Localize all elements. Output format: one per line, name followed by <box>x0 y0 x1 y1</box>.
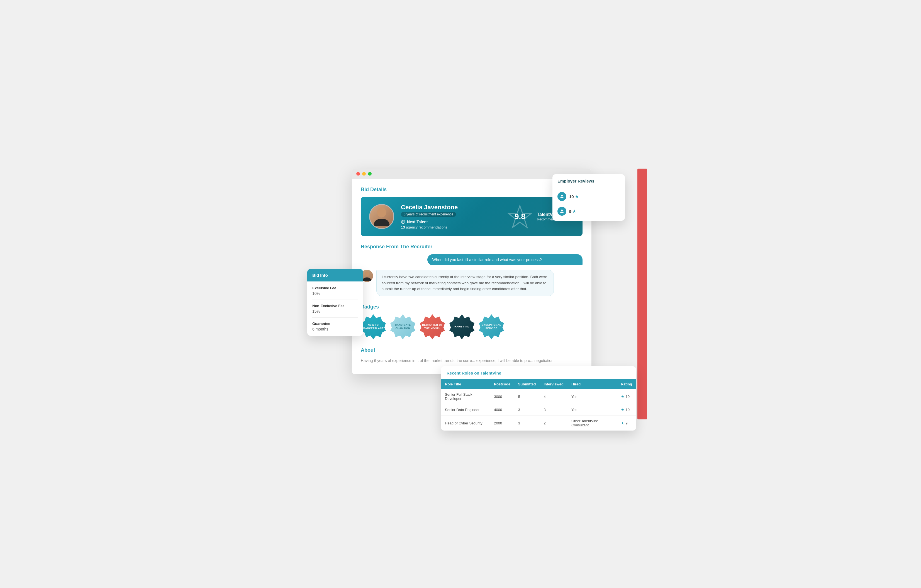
row2-postcode: 4000 <box>490 404 514 415</box>
row1-rating: ★ 10 <box>617 389 636 404</box>
about-text: Having 6 years of experience in... of th… <box>361 358 583 364</box>
bid-info-non-exclusive: Non-Exclusive Fee 15% <box>312 304 358 318</box>
review-item-1: 10 ★ <box>552 189 625 204</box>
non-exclusive-fee-value: 15% <box>312 309 358 313</box>
row3-hired: Other TalentVine Consultant <box>568 415 617 431</box>
table-row: Senior Data Engineer 4000 3 3 Yes ★ 10 <box>441 404 636 415</box>
recruiter-recommendations: 13 agency recommendations <box>401 225 501 230</box>
chat-question-bubble: When did you last fill a similar role an… <box>427 254 583 265</box>
row3-postcode: 2000 <box>490 415 514 431</box>
recruiter-name: Cecelia Javenstone <box>401 204 501 211</box>
svg-point-5 <box>364 271 369 277</box>
badge-rare-find: RARE FIND <box>449 314 474 339</box>
review-avatar-2 <box>557 207 566 216</box>
row1-star: ★ <box>621 394 624 399</box>
col-interviewed: Interviewed <box>540 379 568 389</box>
table-header-row: Role Title Postcode Submitted Interviewe… <box>441 379 636 389</box>
non-exclusive-fee-label: Non-Exclusive Fee <box>312 304 358 308</box>
red-accent-bar <box>638 169 647 419</box>
reviews-content: 10 ★ 9 ★ <box>552 187 625 221</box>
review-star-2: ★ <box>573 209 576 213</box>
row1-rating-cell: ★ 10 <box>621 394 632 399</box>
badges-row: NEW TO MARKETPLACE CANDIDATE CHAMPION RE… <box>361 314 583 339</box>
row1-title: Senior Full Stack Developer <box>441 389 490 404</box>
badges-section: Badges NEW TO MARKETPLACE CANDIDATE CHAM… <box>361 304 583 339</box>
badges-title: Badges <box>361 304 583 310</box>
recruiter-info: Cecelia Javenstone 6 years of recruitmen… <box>401 204 501 230</box>
row3-rating-cell: ★ 9 <box>621 421 632 425</box>
row3-interviewed: 2 <box>540 415 568 431</box>
minimize-dot[interactable] <box>362 172 366 176</box>
row3-star: ★ <box>621 421 624 425</box>
row3-rating: ★ 9 <box>617 415 636 431</box>
star-rating: 9.8 <box>507 204 532 229</box>
exclusive-fee-value: 10% <box>312 291 358 296</box>
guarantee-value: 6 months <box>312 327 358 331</box>
person-icon-1 <box>560 194 565 199</box>
row2-rating-cell: ★ 10 <box>621 408 632 412</box>
col-submitted: Submitted <box>514 379 540 389</box>
guarantee-label: Guarantee <box>312 322 358 326</box>
svg-point-7 <box>561 210 563 211</box>
review-number-2: 9 <box>569 209 571 214</box>
chat-answer-bubble: I currently have two candidates currentl… <box>376 270 554 296</box>
employer-reviews-panel: Employer Reviews 10 ★ <box>552 174 625 221</box>
row2-title: Senior Data Engineer <box>441 404 490 415</box>
recruiter-experience: 6 years of recruitment experience <box>401 212 456 217</box>
agency-name: Next Talent <box>407 220 428 224</box>
roles-table: Role Title Postcode Submitted Interviewe… <box>441 379 636 430</box>
maximize-dot[interactable] <box>368 172 372 176</box>
row1-submitted: 5 <box>514 389 540 404</box>
review-star-1: ★ <box>575 194 579 199</box>
table-row: Senior Full Stack Developer 3000 5 4 Yes… <box>441 389 636 404</box>
row1-postcode: 3000 <box>490 389 514 404</box>
bid-details-title: Bid Details <box>361 187 583 192</box>
recommendation-count: 13 <box>401 225 405 230</box>
badge-new-to-marketplace: NEW TO MARKETPLACE <box>361 314 386 339</box>
globe-icon <box>401 220 405 224</box>
review-score-1: 10 ★ <box>569 194 579 199</box>
row2-hired: Yes <box>568 404 617 415</box>
row1-hired: Yes <box>568 389 617 404</box>
about-title: About <box>361 347 583 353</box>
review-item-2: 9 ★ <box>552 204 625 218</box>
roles-header: Recent Roles on TalentVine <box>441 366 636 379</box>
svg-point-0 <box>377 207 386 218</box>
badge-recruiter-of-month: RECRUITER OF THE MONTH <box>420 314 445 339</box>
col-rating: Rating <box>617 379 636 389</box>
close-dot[interactable] <box>356 172 360 176</box>
review-avatar-1 <box>557 192 566 201</box>
col-role-title: Role Title <box>441 379 490 389</box>
scene: Bid Info Exclusive Fee 10% Non-Exclusive… <box>307 169 614 419</box>
bid-info-panel: Bid Info Exclusive Fee 10% Non-Exclusive… <box>307 269 363 336</box>
exclusive-fee-label: Exclusive Fee <box>312 286 358 290</box>
row2-rating: ★ 10 <box>617 404 636 415</box>
bid-info-guarantee: Guarantee 6 months <box>312 322 358 331</box>
row3-rating-value: 9 <box>626 421 628 425</box>
row2-star: ★ <box>621 408 624 412</box>
response-section-title: Response From The Recruiter <box>361 244 583 250</box>
row2-rating-value: 10 <box>626 408 630 412</box>
recruiter-avatar <box>369 204 394 229</box>
row1-rating-value: 10 <box>626 394 630 399</box>
col-postcode: Postcode <box>490 379 514 389</box>
person-icon-2 <box>560 209 565 214</box>
chat-answer-row: I currently have two candidates currentl… <box>361 270 583 296</box>
badge-exceptional-service: EXCEPTIONAL SERVICE <box>479 314 504 339</box>
reviews-header: Employer Reviews <box>552 174 625 187</box>
table-row: Head of Cyber Security 2000 3 2 Other Ta… <box>441 415 636 431</box>
col-hired: Hired <box>568 379 617 389</box>
bid-info-header: Bid Info <box>307 269 363 282</box>
row2-interviewed: 3 <box>540 404 568 415</box>
row3-submitted: 3 <box>514 415 540 431</box>
response-section: Response From The Recruiter When did you… <box>361 244 583 296</box>
recent-roles-panel: Recent Roles on TalentVine Role Title Po… <box>441 366 636 430</box>
review-score-2: 9 ★ <box>569 209 576 214</box>
bid-info-exclusive: Exclusive Fee 10% <box>312 286 358 300</box>
svg-point-6 <box>561 195 563 197</box>
recruiter-card: Cecelia Javenstone 6 years of recruitmen… <box>361 197 583 236</box>
row1-interviewed: 4 <box>540 389 568 404</box>
row2-submitted: 3 <box>514 404 540 415</box>
badge-candidate-champion: CANDIDATE CHAMPION <box>390 314 415 339</box>
row3-title: Head of Cyber Security <box>441 415 490 431</box>
